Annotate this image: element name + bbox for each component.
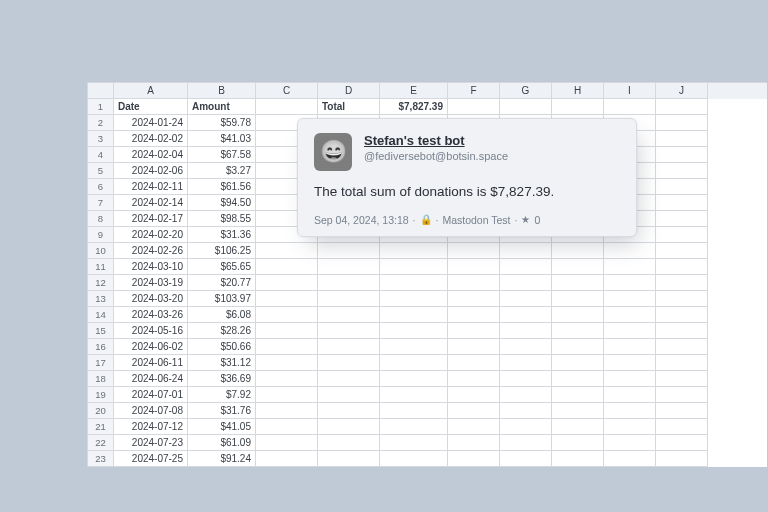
row-header[interactable]: 17	[88, 355, 114, 371]
cell-amount[interactable]: $106.25	[188, 243, 256, 259]
cell-date[interactable]: 2024-03-20	[114, 291, 188, 307]
cell[interactable]	[552, 451, 604, 467]
cell[interactable]	[656, 99, 708, 115]
cell[interactable]	[256, 451, 318, 467]
cell-amount[interactable]: $61.56	[188, 179, 256, 195]
cell[interactable]	[552, 403, 604, 419]
cell[interactable]	[448, 355, 500, 371]
cell[interactable]	[500, 275, 552, 291]
cell[interactable]	[500, 403, 552, 419]
cell-amount[interactable]: $94.50	[188, 195, 256, 211]
cell[interactable]	[604, 387, 656, 403]
cell[interactable]	[656, 195, 708, 211]
cell-date[interactable]: 2024-06-24	[114, 371, 188, 387]
cell-amount[interactable]: $103.97	[188, 291, 256, 307]
cell[interactable]	[318, 307, 380, 323]
cell[interactable]	[380, 451, 448, 467]
cell[interactable]	[318, 387, 380, 403]
cell[interactable]	[380, 243, 448, 259]
row-header[interactable]: 11	[88, 259, 114, 275]
cell-date[interactable]: 2024-02-06	[114, 163, 188, 179]
cell[interactable]	[318, 355, 380, 371]
cell[interactable]	[256, 259, 318, 275]
cell[interactable]	[256, 275, 318, 291]
cell[interactable]	[604, 243, 656, 259]
cell[interactable]	[380, 355, 448, 371]
row-header[interactable]: 9	[88, 227, 114, 243]
cell[interactable]	[604, 419, 656, 435]
cell[interactable]	[448, 339, 500, 355]
cell[interactable]	[656, 163, 708, 179]
cell-amount[interactable]: $20.77	[188, 275, 256, 291]
row-header[interactable]: 16	[88, 339, 114, 355]
col-header-C[interactable]: C	[256, 83, 318, 99]
row-header[interactable]: 4	[88, 147, 114, 163]
col-header-B[interactable]: B	[188, 83, 256, 99]
cell-amount[interactable]: $61.09	[188, 435, 256, 451]
cell[interactable]	[500, 291, 552, 307]
row-header[interactable]: 21	[88, 419, 114, 435]
cell-amount[interactable]: $91.24	[188, 451, 256, 467]
cell[interactable]	[380, 371, 448, 387]
cell[interactable]	[448, 435, 500, 451]
cell-amount[interactable]: $3.27	[188, 163, 256, 179]
cell[interactable]	[656, 275, 708, 291]
cell-amount[interactable]: $31.36	[188, 227, 256, 243]
cell[interactable]	[380, 307, 448, 323]
cell[interactable]	[604, 403, 656, 419]
row-header[interactable]: 22	[88, 435, 114, 451]
cell[interactable]	[656, 307, 708, 323]
cell[interactable]	[656, 227, 708, 243]
cell[interactable]	[656, 387, 708, 403]
cell[interactable]	[552, 323, 604, 339]
cell-amount[interactable]: $7.92	[188, 387, 256, 403]
cell-A1[interactable]: Date	[114, 99, 188, 115]
cell[interactable]	[656, 115, 708, 131]
col-header-E[interactable]: E	[380, 83, 448, 99]
cell[interactable]	[318, 323, 380, 339]
cell[interactable]	[500, 355, 552, 371]
cell[interactable]	[552, 291, 604, 307]
cell[interactable]	[380, 419, 448, 435]
cell[interactable]	[448, 451, 500, 467]
cell[interactable]	[256, 339, 318, 355]
cell-date[interactable]: 2024-06-02	[114, 339, 188, 355]
avatar[interactable]: 😄	[314, 133, 352, 171]
cell[interactable]	[318, 259, 380, 275]
cell-date[interactable]: 2024-01-24	[114, 115, 188, 131]
cell[interactable]	[552, 355, 604, 371]
row-header[interactable]: 6	[88, 179, 114, 195]
cell[interactable]	[500, 339, 552, 355]
cell[interactable]	[380, 275, 448, 291]
cell[interactable]	[380, 403, 448, 419]
row-header[interactable]: 2	[88, 115, 114, 131]
cell[interactable]	[448, 291, 500, 307]
cell[interactable]	[500, 243, 552, 259]
cell-date[interactable]: 2024-02-02	[114, 131, 188, 147]
cell[interactable]	[256, 419, 318, 435]
row-header[interactable]: 8	[88, 211, 114, 227]
row-header[interactable]: 20	[88, 403, 114, 419]
cell[interactable]	[448, 275, 500, 291]
row-header[interactable]: 10	[88, 243, 114, 259]
star-icon[interactable]: ★	[521, 214, 530, 225]
post-timestamp[interactable]: Sep 04, 2024, 13:18	[314, 214, 409, 226]
cell-amount[interactable]: $41.05	[188, 419, 256, 435]
cell[interactable]	[500, 387, 552, 403]
post-author-handle[interactable]: @fediversebot@botsin.space	[364, 150, 508, 162]
cell-date[interactable]: 2024-03-19	[114, 275, 188, 291]
cell[interactable]	[448, 99, 500, 115]
cell[interactable]	[256, 355, 318, 371]
cell[interactable]	[318, 291, 380, 307]
cell[interactable]	[656, 355, 708, 371]
cell[interactable]	[380, 323, 448, 339]
cell[interactable]	[318, 243, 380, 259]
cell-date[interactable]: 2024-02-26	[114, 243, 188, 259]
cell[interactable]	[380, 339, 448, 355]
cell[interactable]	[604, 451, 656, 467]
cell[interactable]	[318, 275, 380, 291]
cell[interactable]	[604, 275, 656, 291]
cell-date[interactable]: 2024-02-17	[114, 211, 188, 227]
cell[interactable]	[656, 339, 708, 355]
cell-date[interactable]: 2024-07-12	[114, 419, 188, 435]
